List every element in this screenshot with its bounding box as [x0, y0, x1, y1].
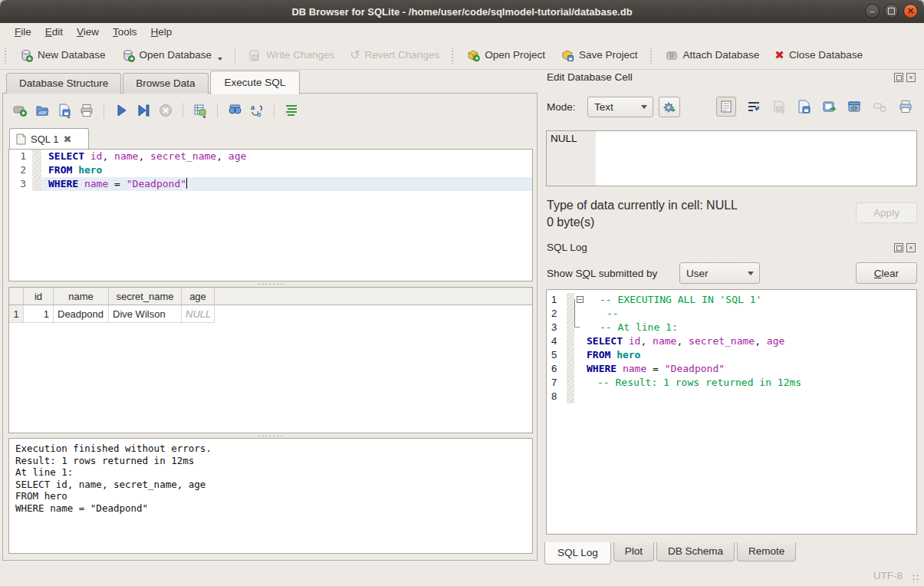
- dock-tab-remote[interactable]: Remote: [737, 542, 796, 561]
- sql-file-tab-close-icon[interactable]: ✖: [63, 133, 71, 145]
- cell-secret-name[interactable]: Dive Wilson: [109, 305, 182, 323]
- line-number: 6: [547, 362, 567, 376]
- execute-line-icon[interactable]: [136, 103, 151, 118]
- print-cell-icon[interactable]: [898, 99, 913, 114]
- log-code-line: [587, 390, 916, 403]
- tab-database-structure[interactable]: Database Structure: [6, 73, 121, 94]
- window-title: DB Browser for SQLite - /home/user/code/…: [291, 6, 632, 18]
- attach-database-icon: [665, 48, 679, 62]
- status-line: WHERE name = "Deadpond": [15, 502, 526, 515]
- sql-editor[interactable]: 1 SELECT id, name, secret_name, age 2 FR…: [8, 149, 533, 281]
- clear-log-button[interactable]: Clear: [856, 262, 917, 284]
- menu-help[interactable]: Help: [144, 25, 179, 39]
- open-project-button[interactable]: Open Project: [462, 45, 550, 65]
- resize-grip[interactable]: [912, 574, 921, 583]
- write-changes-label: Write Changes: [266, 49, 334, 61]
- status-line: Execution finished without errors.: [15, 443, 526, 455]
- execution-status-box[interactable]: Execution finished without errors. Resul…: [8, 438, 533, 554]
- column-header-secret-name[interactable]: secret_name: [109, 288, 182, 305]
- save-project-button[interactable]: Save Project: [556, 45, 643, 65]
- cell-age[interactable]: NULL: [182, 305, 215, 323]
- auto-switch-mode-button[interactable]: [659, 97, 680, 117]
- log-code-line: --: [587, 307, 916, 321]
- menu-edit[interactable]: Edit: [38, 25, 70, 39]
- save-sql-file-icon[interactable]: [57, 103, 72, 118]
- dock-tab-db-schema[interactable]: DB Schema: [656, 542, 735, 561]
- menu-view[interactable]: View: [70, 25, 106, 39]
- revert-changes-label: Revert Changes: [365, 49, 440, 61]
- open-sql-file-icon[interactable]: [35, 103, 50, 118]
- text-mode-button[interactable]: [716, 97, 736, 117]
- log-margin: [567, 348, 574, 362]
- column-header-name[interactable]: name: [54, 288, 109, 305]
- column-header-id[interactable]: id: [24, 288, 54, 305]
- column-header-age[interactable]: age: [182, 288, 215, 305]
- status-line: Result: 1 rows returned in 12ms: [15, 455, 526, 467]
- minimize-button[interactable]: –: [865, 4, 880, 18]
- editor-margin: [32, 177, 41, 191]
- sql-toolbar: a b: [12, 100, 299, 120]
- toolbar-drag-handle[interactable]: [649, 47, 653, 64]
- cell-id[interactable]: 1: [24, 305, 54, 323]
- new-database-icon: [19, 48, 33, 62]
- dock-tab-sql-log[interactable]: SQL Log: [544, 542, 611, 565]
- format-sql-icon[interactable]: [284, 103, 299, 118]
- mode-select-value: Text: [594, 101, 613, 113]
- menu-tools[interactable]: Tools: [106, 25, 144, 39]
- toolbar-separator: [235, 47, 235, 64]
- menu-bar: File Edit View Tools Help: [0, 23, 924, 41]
- log-margin: [567, 321, 574, 334]
- fold-column: [574, 362, 587, 376]
- sql-toolbar-separator: [182, 103, 183, 118]
- sql-log-view[interactable]: 1 -- EXECUTING ALL IN 'SQL 1' 2 -- 3 -- …: [546, 289, 917, 535]
- corner-header[interactable]: [9, 288, 24, 305]
- float-panel-icon[interactable]: [894, 243, 903, 252]
- close-panel-icon[interactable]: ×: [906, 73, 916, 82]
- replace-icon[interactable]: a b: [249, 103, 265, 118]
- tab-execute-sql[interactable]: Execute SQL: [210, 71, 301, 94]
- log-filter-select[interactable]: User: [679, 262, 760, 284]
- row-header[interactable]: 1: [9, 305, 24, 323]
- app-window: DB Browser for SQLite - /home/user/code/…: [0, 0, 924, 586]
- maximize-button[interactable]: [884, 4, 899, 18]
- editor-line: 1 SELECT id, name, secret_name, age: [9, 150, 532, 163]
- new-database-button[interactable]: New Database: [15, 45, 110, 65]
- close-database-icon: ✖: [774, 48, 784, 62]
- toolbar-drag-handle[interactable]: [451, 47, 455, 64]
- splitter-handle[interactable]: [8, 281, 533, 287]
- attach-database-button[interactable]: Attach Database: [660, 45, 765, 65]
- open-database-dropdown-arrow[interactable]: [218, 58, 222, 61]
- save-results-icon[interactable]: [192, 103, 208, 118]
- chevron-down-icon: [748, 272, 754, 275]
- results-header-row: id name secret_name age: [9, 288, 532, 305]
- import-data-icon[interactable]: [797, 99, 812, 114]
- float-panel-icon[interactable]: [894, 73, 903, 82]
- log-line: 5 FROM hero: [547, 348, 916, 362]
- cell-value-editor[interactable]: NULL: [546, 130, 917, 186]
- toolbar-drag-handle[interactable]: [4, 47, 8, 64]
- close-button[interactable]: ✕: [903, 4, 918, 18]
- find-icon[interactable]: [227, 103, 242, 118]
- tab-browse-data[interactable]: Browse Data: [123, 73, 208, 94]
- line-number: 2: [547, 307, 567, 321]
- close-database-button[interactable]: ✖ Close Database: [770, 45, 867, 65]
- new-sql-tab-icon[interactable]: [12, 103, 28, 118]
- print-sql-icon[interactable]: [79, 103, 94, 118]
- table-row: 1 1 Deadpond Dive Wilson NULL: [9, 305, 532, 323]
- open-database-button[interactable]: Open Database: [117, 45, 228, 65]
- line-number: 5: [547, 348, 567, 362]
- open-in-external-icon[interactable]: [847, 99, 863, 114]
- text-document-icon: [721, 100, 732, 113]
- execute-all-icon[interactable]: [113, 103, 129, 118]
- attach-database-label: Attach Database: [683, 49, 760, 61]
- cell-name[interactable]: Deadpond: [54, 305, 109, 323]
- encoding-indicator[interactable]: UTF-8: [873, 570, 903, 581]
- export-data-icon[interactable]: [822, 99, 837, 114]
- sql-file-tab[interactable]: SQL 1 ✖: [9, 128, 89, 149]
- word-wrap-icon[interactable]: [746, 99, 761, 114]
- mode-select[interactable]: Text: [587, 97, 653, 117]
- title-bar: DB Browser for SQLite - /home/user/code/…: [0, 0, 924, 23]
- menu-file[interactable]: File: [8, 25, 38, 39]
- dock-tab-plot[interactable]: Plot: [613, 542, 654, 561]
- close-panel-icon[interactable]: ×: [906, 243, 916, 252]
